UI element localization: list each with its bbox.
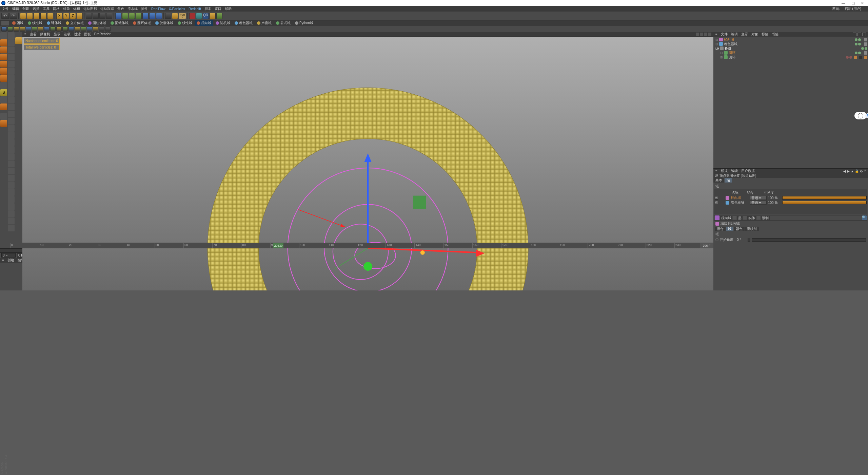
viewport-nav-icon[interactable] [696, 33, 699, 36]
field-type-item[interactable]: Python域 [293, 20, 315, 26]
axis-mode[interactable] [0, 82, 7, 89]
palette-slot[interactable] [8, 75, 15, 82]
recent-tool[interactable] [47, 13, 53, 19]
palette-slot[interactable] [8, 89, 15, 96]
render-region[interactable] [93, 13, 99, 19]
help-icon[interactable]: ? [864, 169, 866, 173]
field-type-item[interactable]: 公式域 [274, 20, 293, 26]
mat-menu-item[interactable]: ≡ [2, 259, 4, 262]
search-icon[interactable] [853, 33, 856, 36]
sublayer-tab[interactable]: 重映射 [745, 227, 759, 231]
palette-slot[interactable] [8, 175, 15, 182]
toolbar-icon[interactable] [56, 26, 62, 32]
mat-menu-item[interactable]: 创建 [7, 258, 14, 263]
misc-2[interactable] [216, 13, 222, 19]
rf-button[interactable] [196, 13, 202, 19]
palette-slot[interactable] [8, 153, 15, 160]
texture-mode[interactable] [0, 46, 7, 53]
field-type-item[interactable]: 随机域 [214, 20, 232, 26]
filter-icon[interactable] [857, 33, 861, 36]
axis-x[interactable]: X [56, 13, 62, 19]
menu-item[interactable]: 运动跟踪 [100, 6, 114, 11]
field-layer-icon[interactable] [715, 215, 719, 220]
misc-1[interactable] [210, 13, 216, 19]
field-type-item[interactable]: 胶囊体域 [153, 20, 175, 26]
am-menu-item[interactable]: ≡ [715, 169, 717, 173]
viewport-menu-item[interactable]: 选项 [64, 32, 71, 37]
field-type-item[interactable]: 球体域 [45, 20, 63, 26]
workplane[interactable] [0, 96, 7, 103]
timeline-ruler[interactable]: document.write(JSON.parse(document.getEl… [0, 243, 713, 248]
add-environment[interactable] [142, 13, 149, 19]
menu-item[interactable]: 网格 [53, 6, 60, 11]
field-type-item[interactable]: 圆环体域 [131, 20, 153, 26]
layout-dropdown[interactable]: 启动 (用户) [843, 6, 866, 11]
visibility-slider[interactable] [782, 201, 867, 204]
rotate-tool[interactable] [40, 13, 46, 19]
toolbar-icon[interactable] [93, 26, 98, 32]
field-type-item[interactable]: 径向域 [195, 20, 213, 26]
sublayer-tab[interactable]: 混合 [715, 227, 726, 231]
value-spinner[interactable] [748, 243, 750, 243]
field-type-item[interactable]: 声音域 [255, 20, 274, 26]
menu-item[interactable]: 工具 [43, 6, 50, 11]
attr-tab[interactable]: 基本 [713, 178, 724, 183]
toolbar-icon[interactable] [14, 26, 19, 32]
xp-button[interactable] [189, 13, 195, 19]
menu-item[interactable]: 窗口 [215, 6, 221, 11]
palette-slot[interactable] [8, 217, 15, 224]
palette-slot[interactable] [8, 39, 15, 46]
object-tree-row[interactable]: ⊟着色器域 [714, 42, 867, 46]
add-primitive[interactable] [115, 13, 121, 19]
toolbar-icon[interactable] [32, 26, 37, 32]
palette-slot[interactable] [8, 46, 15, 53]
menu-plugin-item[interactable]: RealFlow [151, 7, 165, 11]
nav-fwd-icon[interactable]: ▶ [847, 169, 850, 173]
add-generator[interactable] [129, 13, 135, 19]
toolbar-icon[interactable] [26, 26, 31, 32]
viewport-menu-item[interactable]: 显示 [54, 32, 60, 37]
palette-slot[interactable] [8, 210, 15, 217]
palette-slot[interactable] [8, 111, 15, 117]
keyframe-radio[interactable] [715, 238, 718, 241]
model-mode[interactable] [0, 39, 7, 46]
nav-back-icon[interactable]: ◀ [843, 169, 846, 173]
field-type-item[interactable]: 立方体域 [64, 20, 86, 26]
palette-slot[interactable] [8, 182, 15, 189]
field-list-row[interactable]: 径向域普通 ▾100 % [714, 195, 867, 200]
scale-tool[interactable] [34, 13, 40, 19]
snap-toggle[interactable]: S [0, 89, 7, 96]
ime-indicator[interactable]: 英 [854, 112, 867, 119]
palette-slot[interactable] [8, 61, 15, 68]
toolbar-icon[interactable] [87, 26, 92, 32]
object-tree-row[interactable]: ⊟测环 [714, 55, 867, 59]
menu-item[interactable]: 编辑 [12, 6, 19, 11]
field-type-item[interactable]: 线性域 [26, 20, 44, 26]
palette-slot[interactable] [8, 168, 15, 174]
coord-button[interactable] [77, 13, 83, 19]
fields-icon[interactable] [1, 21, 9, 25]
toolbar-icon[interactable] [7, 26, 13, 32]
psr-button[interactable]: PSR□□ [179, 13, 186, 19]
om-menu-item[interactable]: ≡ [715, 33, 717, 36]
am-menu-item[interactable]: 模式 [721, 169, 728, 173]
am-menu-item[interactable]: 编辑 [731, 169, 738, 173]
qr-button[interactable]: QR [203, 13, 209, 19]
object-tree-row[interactable]: L9备份 [714, 46, 867, 51]
lock-icon[interactable]: 🔒 [855, 169, 859, 173]
palette-slot[interactable] [8, 103, 15, 110]
menu-item[interactable]: 体积 [73, 6, 80, 11]
field-type-item[interactable]: 团域 [10, 20, 25, 26]
timeline-cursor[interactable]: 20630 [273, 243, 283, 248]
field-search-icon[interactable]: 🔍 [862, 215, 867, 220]
menu-item[interactable]: 创建 [22, 6, 29, 11]
toolbar-icon[interactable] [20, 26, 25, 32]
make-editable[interactable] [0, 32, 7, 39]
blend-mode-dropdown[interactable]: 普通 ▾ [750, 201, 767, 205]
om-menu-item[interactable]: 文件 [721, 32, 728, 37]
value-spinner[interactable] [748, 238, 750, 242]
palette-slot[interactable] [8, 96, 15, 103]
object-tree-row[interactable]: ⊟圆环 [714, 51, 867, 55]
viewport-nav-icon[interactable] [700, 33, 703, 36]
viewport-nav-icon[interactable] [708, 33, 711, 36]
